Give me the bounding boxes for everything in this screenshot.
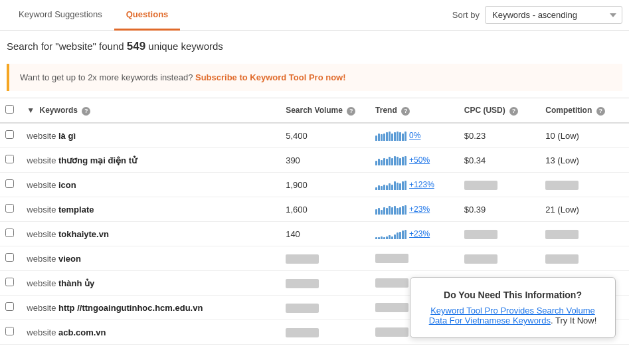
blurred-competition: ------: [545, 254, 579, 264]
keywords-info-icon[interactable]: ?: [82, 107, 90, 116]
trend-bar-segment: [378, 237, 380, 239]
keyword-base: website: [27, 229, 58, 239]
row-volume-2: 1,900: [280, 173, 370, 197]
row-keyword-6: website thành ủy: [21, 271, 280, 296]
trend-percentage[interactable]: +50%: [409, 155, 430, 165]
row-checkbox-2[interactable]: [5, 179, 14, 188]
row-volume-7: ------: [280, 296, 370, 320]
keyword-suffix: template: [58, 205, 94, 215]
row-checkbox-6[interactable]: [5, 278, 14, 286]
keyword-suffix: acb.com.vn: [58, 327, 106, 337]
header-search-volume: Search Volume ?: [280, 98, 370, 124]
row-check-cell-8: [0, 320, 21, 345]
keyword-base: website: [27, 155, 58, 165]
sort-select[interactable]: Keywords - ascending Keywords - descendi…: [485, 6, 622, 24]
table-row: website icon1,900+123%------------: [0, 173, 629, 197]
trend-bar-segment: [394, 132, 396, 141]
row-cpc-4: ------: [459, 222, 541, 246]
row-keyword-2: website icon: [21, 173, 280, 197]
trend-bar-segment: [399, 183, 401, 190]
header-keywords: ▼ Keywords ?: [21, 98, 280, 124]
row-checkbox-4[interactable]: [5, 228, 14, 237]
row-trend-5: ----------: [370, 246, 459, 271]
blurred-volume: ------: [286, 279, 319, 288]
row-checkbox-7[interactable]: [5, 302, 14, 311]
table-row: website tokhaiyte.vn140+23%------------: [0, 222, 629, 246]
row-check-cell-6: [0, 271, 21, 296]
trend-bar-segment: [378, 134, 380, 141]
trend-percentage[interactable]: +123%: [409, 180, 434, 189]
row-checkbox-8[interactable]: [5, 327, 14, 335]
trend-bar-segment: [391, 134, 393, 141]
trend-bar-segment: [386, 185, 388, 190]
row-volume-1: 390: [280, 148, 370, 173]
table-wrapper: ▼ Keywords ? Search Volume ? Trend ? CPC…: [0, 98, 629, 345]
row-checkbox-0[interactable]: [5, 130, 14, 139]
row-competition-4: ------: [540, 222, 629, 246]
keyword-suffix: thương mại điện tử: [58, 155, 137, 165]
row-volume-3: 1,600: [280, 197, 370, 222]
tab-questions[interactable]: Questions: [114, 0, 181, 31]
row-keyword-5: website vieon: [21, 246, 280, 271]
trend-bar-segment: [391, 185, 393, 190]
row-volume-0: 5,400: [280, 123, 370, 148]
trend-bar-segment: [389, 235, 391, 239]
tab-keyword-suggestions[interactable]: Keyword Suggestions: [7, 0, 114, 31]
trend-bars: [375, 204, 406, 215]
row-cpc-1: $0.34: [459, 148, 541, 173]
promo-popup: Do You Need This Information? Keyword To…: [410, 277, 616, 338]
competition-info-icon[interactable]: ?: [596, 107, 605, 116]
trend-bar-segment: [402, 230, 404, 239]
cpc-info-icon[interactable]: ?: [509, 107, 518, 116]
blurred-trend: ----------: [375, 303, 408, 312]
row-check-cell-2: [0, 173, 21, 197]
trend-bar-segment: [389, 183, 391, 190]
header-checkbox-cell: [0, 98, 21, 124]
row-check-cell-3: [0, 197, 21, 222]
row-check-cell-5: [0, 246, 21, 271]
trend-bar-segment: [375, 136, 377, 141]
header-checkbox[interactable]: [5, 105, 14, 114]
trend-bar-segment: [383, 185, 385, 190]
sort-down-icon: ▼: [27, 106, 35, 115]
blurred-trend: ----------: [375, 254, 408, 263]
row-checkbox-1[interactable]: [5, 155, 14, 163]
row-volume-4: 140: [280, 222, 370, 246]
trend-bar-segment: [375, 237, 377, 239]
trend-bars: [375, 228, 406, 239]
blurred-competition: ------: [545, 230, 579, 239]
trend-bar-segment: [375, 161, 377, 165]
trend-bar-segment: [397, 183, 399, 190]
trend-bar-segment: [397, 157, 399, 165]
row-competition-2: ------: [540, 173, 629, 197]
promo-link[interactable]: Subscribe to Keyword Tool Pro now!: [195, 72, 346, 82]
keyword-base: website: [27, 278, 58, 288]
row-checkbox-5[interactable]: [5, 253, 14, 262]
row-competition-3: 21 (Low): [540, 197, 629, 222]
promo-banner: Want to get up to 2x more keywords inste…: [7, 64, 622, 91]
row-check-cell-0: [0, 123, 21, 148]
blurred-volume: ------: [286, 254, 319, 264]
trend-bar-segment: [383, 158, 385, 165]
row-checkbox-3[interactable]: [5, 204, 14, 213]
trend-bar-segment: [386, 236, 388, 239]
row-keyword-3: website template: [21, 197, 280, 222]
trend-bar-segment: [402, 181, 404, 190]
header-trend: Trend ?: [370, 98, 459, 124]
trend-info-icon[interactable]: ?: [401, 107, 410, 116]
trend-percentage[interactable]: +23%: [409, 205, 430, 214]
keyword-base: website: [27, 254, 58, 264]
keyword-suffix: là gì: [58, 131, 76, 141]
row-cpc-0: $0.23: [459, 123, 541, 148]
trend-bar-segment: [391, 207, 393, 215]
trend-percentage[interactable]: +23%: [409, 229, 430, 238]
keyword-base: website: [27, 303, 58, 313]
blurred-volume: ------: [286, 304, 319, 313]
volume-info-icon[interactable]: ?: [347, 107, 355, 116]
blurred-trend: ----------: [375, 278, 408, 288]
trend-bar-segment: [386, 208, 388, 215]
search-summary: Search for "website" found 549 unique ke…: [0, 31, 629, 60]
table-row: website là gì5,4000%$0.2310 (Low): [0, 123, 629, 148]
trend-percentage[interactable]: 0%: [409, 131, 420, 140]
tabs-left: Keyword Suggestions Questions: [7, 0, 180, 31]
